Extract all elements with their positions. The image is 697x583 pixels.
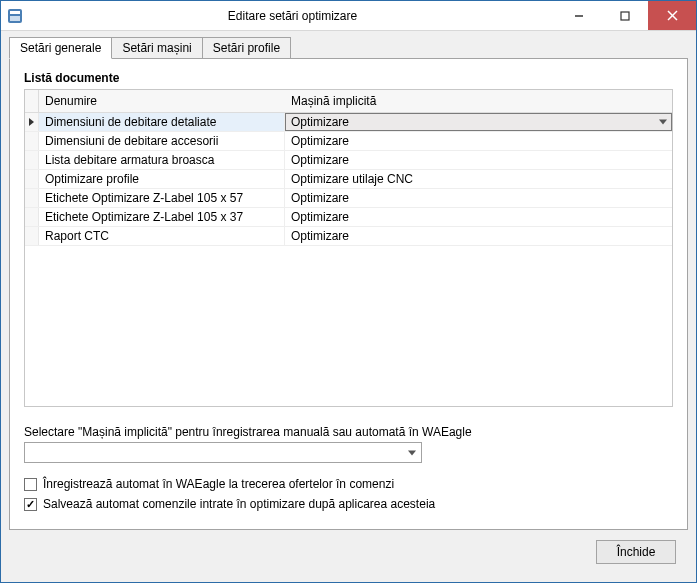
lower-area: Selectare "Mașină implicită" pentru înre…	[24, 425, 673, 511]
footer: Închide	[9, 530, 688, 574]
table-row[interactable]: Lista debitare armatura broascaOptimizar…	[25, 151, 672, 170]
table-row[interactable]: Raport CTCOptimizare	[25, 227, 672, 246]
cell-machine[interactable]: Optimizare	[285, 151, 672, 169]
grid-header: Denumire Mașină implicită	[25, 90, 672, 113]
cell-machine[interactable]: Optimizare	[285, 132, 672, 150]
tab-machines[interactable]: Setări mașini	[111, 37, 202, 59]
maximize-button[interactable]	[602, 1, 648, 30]
combo-hint: Selectare "Mașină implicită" pentru înre…	[24, 425, 673, 439]
cell-name[interactable]: Dimensiuni de debitare accesorii	[39, 132, 285, 150]
cell-name[interactable]: Dimensiuni de debitare detaliate	[39, 113, 285, 131]
auto-register-label: Înregistrează automat în WAEagle la trec…	[43, 477, 394, 491]
minimize-button[interactable]	[556, 1, 602, 30]
chevron-down-icon	[408, 450, 416, 455]
row-indicator-icon	[25, 170, 39, 188]
window-title: Editare setări optimizare	[29, 9, 556, 23]
cell-name[interactable]: Optimizare profile	[39, 170, 285, 188]
grid-body: Dimensiuni de debitare detaliateOptimiza…	[25, 113, 672, 406]
close-button[interactable]	[648, 1, 696, 30]
cell-machine[interactable]: Optimizare	[285, 113, 672, 131]
cell-machine[interactable]: Optimizare utilaje CNC	[285, 170, 672, 188]
table-row[interactable]: Etichete Optimizare Z-Label 105 x 37Opti…	[25, 208, 672, 227]
svg-rect-4	[621, 12, 629, 20]
checkbox-row-1: Înregistrează automat în WAEagle la trec…	[24, 477, 673, 491]
chevron-down-icon	[659, 120, 667, 125]
content-area: Setări generale Setări mașini Setări pro…	[1, 31, 696, 582]
table-row[interactable]: Dimensiuni de debitare detaliateOptimiza…	[25, 113, 672, 132]
auto-save-label: Salvează automat comenzile intrate în op…	[43, 497, 435, 511]
cell-machine[interactable]: Optimizare	[285, 227, 672, 245]
documents-grid[interactable]: Denumire Mașină implicită Dimensiuni de …	[24, 89, 673, 407]
row-indicator-icon	[25, 132, 39, 150]
svg-rect-2	[10, 16, 20, 21]
auto-save-checkbox[interactable]	[24, 498, 37, 511]
col-header-name[interactable]: Denumire	[39, 90, 285, 112]
table-row[interactable]: Etichete Optimizare Z-Label 105 x 57Opti…	[25, 189, 672, 208]
cell-name[interactable]: Raport CTC	[39, 227, 285, 245]
cell-machine[interactable]: Optimizare	[285, 189, 672, 207]
cell-name[interactable]: Lista debitare armatura broasca	[39, 151, 285, 169]
auto-register-checkbox[interactable]	[24, 478, 37, 491]
dialog-window: Editare setări optimizare Setări general…	[0, 0, 697, 583]
tab-strip: Setări generale Setări mașini Setări pro…	[9, 37, 688, 59]
row-indicator-icon	[25, 227, 39, 245]
close-dialog-button[interactable]: Închide	[596, 540, 676, 564]
grid-indicator-col	[25, 90, 39, 112]
cell-name[interactable]: Etichete Optimizare Z-Label 105 x 37	[39, 208, 285, 226]
titlebar: Editare setări optimizare	[1, 1, 696, 31]
tab-general[interactable]: Setări generale	[9, 37, 112, 59]
row-indicator-icon	[25, 113, 39, 131]
svg-rect-1	[10, 11, 20, 14]
tab-panel-general: Listă documente Denumire Mașină implicit…	[9, 58, 688, 530]
app-icon	[1, 8, 29, 24]
list-title: Listă documente	[24, 71, 673, 85]
table-row[interactable]: Optimizare profileOptimizare utilaje CNC	[25, 170, 672, 189]
row-indicator-icon	[25, 189, 39, 207]
tab-profiles[interactable]: Setări profile	[202, 37, 291, 59]
col-header-machine[interactable]: Mașină implicită	[285, 90, 672, 112]
cell-name[interactable]: Etichete Optimizare Z-Label 105 x 57	[39, 189, 285, 207]
table-row[interactable]: Dimensiuni de debitare accesoriiOptimiza…	[25, 132, 672, 151]
cell-machine[interactable]: Optimizare	[285, 208, 672, 226]
default-machine-combo[interactable]	[24, 442, 422, 463]
checkbox-row-2: Salvează automat comenzile intrate în op…	[24, 497, 673, 511]
window-controls	[556, 1, 696, 30]
row-indicator-icon	[25, 208, 39, 226]
row-indicator-icon	[25, 151, 39, 169]
